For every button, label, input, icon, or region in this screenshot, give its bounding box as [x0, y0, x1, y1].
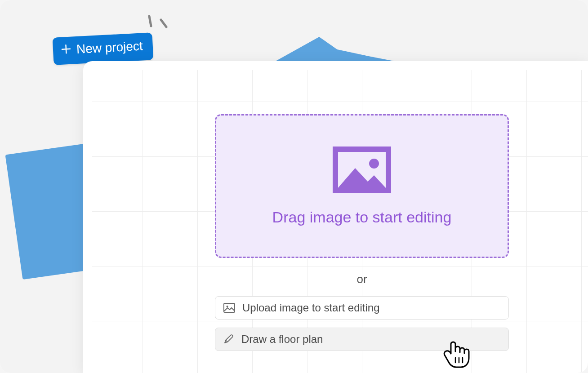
editor-panel: Drag image to start editing or Upload im… — [83, 61, 588, 373]
upload-image-button[interactable]: Upload image to start editing — [215, 296, 509, 320]
image-icon — [223, 303, 235, 313]
pencil-icon — [223, 334, 234, 345]
image-dropzone[interactable]: Drag image to start editing — [215, 114, 509, 258]
svg-point-7 — [369, 159, 379, 169]
svg-line-2 — [161, 20, 166, 27]
draw-floor-plan-button[interactable]: Draw a floor plan — [215, 328, 509, 351]
svg-point-10 — [227, 306, 228, 307]
draw-floor-plan-button-label: Draw a floor plan — [241, 333, 323, 346]
upload-image-button-label: Upload image to start editing — [242, 302, 380, 314]
svg-line-1 — [149, 16, 151, 26]
new-project-button[interactable]: New project — [53, 32, 154, 65]
svg-line-4 — [62, 49, 70, 49]
new-project-button-label: New project — [76, 39, 143, 57]
dropzone-prompt-text: Drag image to start editing — [272, 209, 452, 226]
image-placeholder-icon — [333, 147, 391, 195]
plus-icon — [61, 44, 71, 56]
svg-rect-9 — [224, 303, 235, 312]
or-separator-label: or — [215, 272, 509, 286]
app-window: New project Drag image to start editing … — [0, 0, 588, 373]
